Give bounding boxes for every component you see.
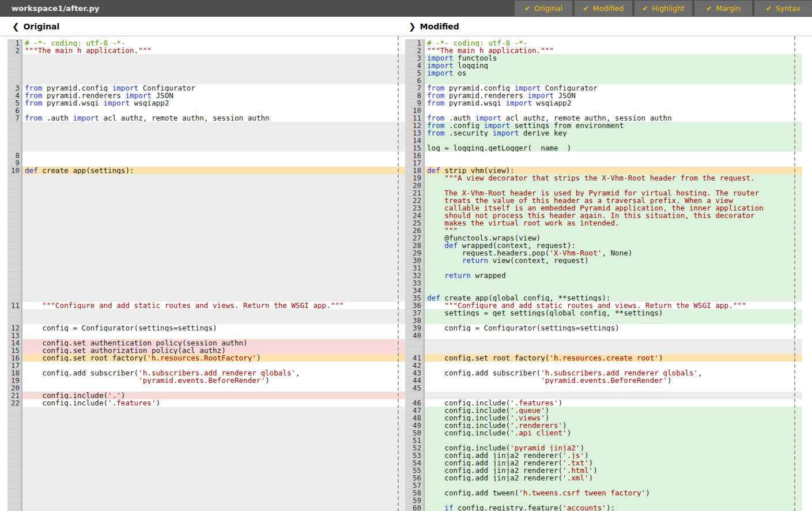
code-line[interactable] [22, 107, 405, 114]
code-line[interactable]: # -*- coding: utf-8 -*- [425, 39, 802, 47]
code-line[interactable]: def strip_vhm(view): [425, 167, 802, 174]
code-line[interactable] [425, 279, 802, 287]
code-line[interactable]: config.set_root_factory('h.resources.Roo… [22, 354, 405, 362]
code-line[interactable]: from .auth import acl_authz, remote_auth… [425, 114, 802, 122]
toggle-syntax-button[interactable]: ✔Syntax [754, 1, 812, 16]
code-line[interactable]: config.add_subscriber('h.subscribers.add… [22, 369, 405, 377]
code-line[interactable] [425, 384, 802, 392]
code-line[interactable]: return wrapped [425, 272, 802, 279]
code-line[interactable]: from pyramid.wsgi import wsgiapp2 [425, 99, 802, 107]
code-line[interactable]: config.add_tween('h.tweens.csrf_tween_fa… [425, 489, 802, 497]
code-line[interactable] [425, 77, 802, 84]
code-line[interactable] [425, 317, 802, 324]
code-line[interactable]: config.include('pyramid_jinja2') [425, 444, 802, 452]
code-line[interactable]: """The main h application.""" [22, 47, 405, 54]
code-line[interactable]: import logging [425, 62, 802, 69]
code-line[interactable]: request.headers.pop('X-Vhm-Root', None) [425, 249, 802, 257]
code-line[interactable]: from pyramid.config import Configurator [425, 84, 802, 92]
code-line[interactable]: from pyramid.wsgi import wsgiapp2 [22, 99, 405, 107]
code-line[interactable]: from .config import settings_from_enviro… [425, 122, 802, 129]
code-line[interactable] [425, 362, 802, 369]
code-line[interactable]: 'pyramid.events.BeforeRender') [425, 377, 802, 384]
toggle-original-button[interactable]: ✔Original [515, 1, 572, 16]
code-line[interactable]: config.add_jinja2_renderer('.html') [425, 467, 802, 474]
toggle-margin-button[interactable]: ✔Margin [694, 1, 752, 16]
code-line[interactable]: config.include('.api_client') [425, 429, 802, 437]
code-line[interactable]: """The main h application.""" [425, 47, 802, 54]
code-line[interactable] [425, 107, 802, 114]
code-line[interactable]: from .auth import acl_authz, remote_auth… [22, 114, 405, 122]
code-line[interactable]: 'pyramid.events.BeforeRender') [22, 377, 405, 384]
code-line[interactable]: from pyramid.config import Configurator [22, 84, 405, 92]
code-line[interactable]: callable itself is an embedded Pyramid a… [425, 204, 802, 212]
margin-line-original [398, 36, 399, 511]
code-row: 43 config.add_subscriber('h.subscribers.… [405, 369, 802, 377]
code-line[interactable]: log = logging.getLogger(__name__) [425, 144, 802, 152]
code-line[interactable]: """Configure and add static routes and v… [22, 302, 405, 309]
code-line[interactable]: config.include('.views') [425, 414, 802, 422]
code-line[interactable]: """A view decorator that strips the X-Vh… [425, 174, 802, 182]
code-row: 12 config = Configurator(settings=settin… [0, 324, 405, 332]
code-line[interactable]: config.add_jinja2_renderer('.xml') [425, 474, 802, 482]
code-line[interactable]: """Configure and add static routes and v… [425, 302, 802, 309]
code-line[interactable]: config.include('.features') [22, 399, 405, 407]
line-number [7, 429, 22, 437]
code-line[interactable]: def wrapped(context, request): [425, 242, 802, 249]
code-line[interactable] [425, 159, 802, 167]
code-line[interactable]: settings = get_settings(global_config, *… [425, 309, 802, 317]
code-line[interactable]: from pyramid.renderers import JSON [22, 92, 405, 99]
code-line[interactable] [22, 159, 405, 167]
code-line[interactable] [425, 497, 802, 504]
code-line[interactable]: config.add_subscriber('h.subscribers.add… [425, 369, 802, 377]
code-line[interactable] [22, 384, 405, 392]
code-line[interactable]: import os [425, 69, 802, 77]
code-line[interactable]: config.include('.') [22, 392, 405, 399]
line-number [7, 219, 22, 227]
code-line[interactable] [425, 332, 802, 339]
code-line[interactable]: The X-Vhm-Root header is used by Pyramid… [425, 189, 802, 197]
code-line[interactable] [22, 152, 405, 159]
code-line[interactable]: config.set_authentication_policy(session… [22, 339, 405, 347]
line-number [7, 54, 22, 62]
code-line[interactable]: config.set_root_factory('h.resources.cre… [425, 354, 802, 362]
code-line[interactable]: config.include('.features') [425, 399, 802, 407]
code-line[interactable]: treats the value of this header as a tra… [425, 197, 802, 204]
code-row: 56 config.add_jinja2_renderer('.xml') [405, 474, 802, 482]
line-number [7, 69, 22, 77]
code-line[interactable]: config = Configurator(settings=settings) [425, 324, 802, 332]
code-line[interactable]: def create_app(settings): [22, 167, 405, 174]
code-line[interactable] [22, 362, 405, 369]
toggle-highlight-button[interactable]: ✔Highlight [635, 1, 692, 16]
code-row: 54 config.add_jinja2_renderer('.txt') [405, 459, 802, 467]
code-line[interactable] [425, 437, 802, 444]
code-line[interactable] [22, 332, 405, 339]
code-line[interactable]: config.add_jinja2_renderer('.js') [425, 452, 802, 459]
code-line[interactable]: config.add_jinja2_renderer('.txt') [425, 459, 802, 467]
code-line[interactable]: config.include('.queue') [425, 407, 802, 414]
code-row: 9 [0, 159, 405, 167]
code-line[interactable] [425, 137, 802, 144]
code-line[interactable] [425, 264, 802, 272]
code-line[interactable] [425, 482, 802, 489]
code-row: 48 config.include('.views') [405, 414, 802, 422]
code-line[interactable] [425, 182, 802, 189]
code-line[interactable]: """ [425, 227, 802, 234]
code-line[interactable]: @functools.wraps(view) [425, 234, 802, 242]
code-line[interactable]: # -*- coding: utf-8 -*- [22, 39, 405, 47]
code-line[interactable]: config = Configurator(settings=settings) [22, 324, 405, 332]
code-line[interactable]: if config.registry.feature('accounts'): [425, 504, 802, 511]
code-line[interactable]: makes the virtual root work as intended. [425, 219, 802, 227]
code-line[interactable]: should not process this header again. In… [425, 212, 802, 219]
code-line[interactable]: import functools [425, 54, 802, 62]
toggle-label: Highlight [652, 4, 684, 13]
line-number: 40 [405, 332, 425, 339]
code-line[interactable]: from .security import derive_key [425, 129, 802, 137]
code-line[interactable]: from pyramid.renderers import JSON [425, 92, 802, 99]
code-line[interactable]: return view(context, request) [425, 257, 802, 264]
code-line[interactable]: config.include('.renderers') [425, 422, 802, 429]
code-line[interactable] [425, 152, 802, 159]
toggle-modified-button[interactable]: ✔Modified [575, 1, 632, 16]
code-line[interactable]: def create_app(global_config, **settings… [425, 294, 802, 302]
code-line[interactable]: config.set_authorization_policy(acl_auth… [22, 347, 405, 354]
code-line[interactable] [425, 287, 802, 294]
